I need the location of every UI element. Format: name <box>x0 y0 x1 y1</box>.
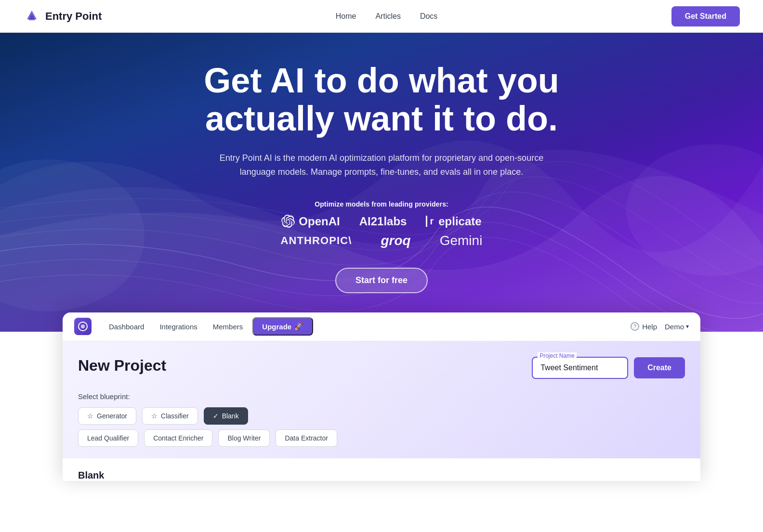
logo-icon <box>23 8 40 25</box>
providers-section: Optimize models from leading providers: … <box>204 200 559 248</box>
openai-icon <box>281 215 295 228</box>
star-icon: ☆ <box>87 412 93 420</box>
app-nav-demo[interactable]: Demo ▾ <box>665 323 689 331</box>
new-project-header: New Project Project Name Create <box>78 357 685 379</box>
nav-articles[interactable]: Articles <box>375 12 400 21</box>
app-panel: Dashboard Integrations Members Upgrade 🚀… <box>63 312 700 481</box>
blueprint-label: Select blueprint: <box>78 392 685 401</box>
blank-title: Blank <box>78 470 685 481</box>
chevron-down-icon: ▾ <box>686 323 689 330</box>
app-nav-dashboard[interactable]: Dashboard <box>101 312 152 341</box>
blueprint-blog-writer[interactable]: Blog Writer <box>218 429 270 447</box>
svg-point-6 <box>81 324 85 328</box>
new-project-section: New Project Project Name Create Select b… <box>63 341 700 458</box>
app-nav-help[interactable]: ? Help <box>631 322 657 331</box>
get-started-button[interactable]: Get Started <box>671 6 740 26</box>
blueprint-lead-qualifier[interactable]: Lead Qualifier <box>78 429 138 447</box>
star-icon: ☆ <box>151 412 158 420</box>
new-project-title: New Project <box>78 357 166 375</box>
help-circle-icon: ? <box>631 322 639 331</box>
blueprint-generator[interactable]: ☆ Generator <box>78 407 136 425</box>
provider-ai21: AI21labs <box>359 215 407 228</box>
logo-text: Entry Point <box>45 10 102 23</box>
check-icon: ✓ <box>213 412 219 420</box>
provider-gemini: Gemini <box>440 233 483 248</box>
app-nav-members[interactable]: Members <box>205 312 251 341</box>
provider-groq: groq <box>381 233 410 248</box>
project-name-input[interactable] <box>532 357 628 379</box>
providers-row2: ANTHROPIC\ groq Gemini <box>204 233 559 248</box>
logo[interactable]: Entry Point <box>23 8 102 25</box>
app-nav: Dashboard Integrations Members Upgrade 🚀… <box>63 312 700 341</box>
blueprint-blank[interactable]: ✓ Blank <box>204 407 248 425</box>
blueprint-row: ☆ Generator ☆ Classifier ✓ Blank <box>78 407 685 425</box>
hero-content: Get AI to do what you actually want it t… <box>204 62 559 293</box>
project-name-label: Project Name <box>538 352 577 359</box>
nav-links: Home Articles Docs <box>336 12 438 21</box>
blank-section: Blank <box>63 458 700 481</box>
provider-anthropic: ANTHROPIC\ <box>281 234 352 247</box>
start-free-button[interactable]: Start for free <box>335 268 428 293</box>
hero-title: Get AI to do what you actually want it t… <box>204 62 559 138</box>
provider-openai: OpenAI <box>281 215 340 228</box>
app-nav-upgrade-button[interactable]: Upgrade 🚀 <box>252 317 313 336</box>
nav-home[interactable]: Home <box>336 12 356 21</box>
blueprint-classifier[interactable]: ☆ Classifier <box>142 407 198 425</box>
blueprint-row-2: Lead Qualifier Contact Enricher Blog Wri… <box>78 429 685 447</box>
svg-point-3 <box>0 159 145 311</box>
blueprint-contact-enricher[interactable]: Contact Enricher <box>144 429 212 447</box>
app-logo <box>74 318 92 335</box>
svg-point-4 <box>626 144 763 276</box>
app-nav-integrations[interactable]: Integrations <box>152 312 205 341</box>
blueprint-data-extractor[interactable]: Data Extractor <box>276 429 337 447</box>
providers-row1: OpenAI AI21labs replicate <box>204 215 559 228</box>
app-logo-icon <box>78 321 88 332</box>
hero-section: Get AI to do what you actually want it t… <box>0 33 763 332</box>
nav-docs[interactable]: Docs <box>420 12 437 21</box>
provider-replicate: replicate <box>426 215 481 228</box>
providers-label: Optimize models from leading providers: <box>204 200 559 208</box>
project-name-group: Project Name Create <box>532 357 685 379</box>
create-button[interactable]: Create <box>634 357 685 378</box>
project-name-field: Project Name <box>532 357 628 379</box>
navbar: Entry Point Home Articles Docs Get Start… <box>0 0 763 33</box>
app-nav-right: ? Help Demo ▾ <box>631 322 689 331</box>
hero-subtitle: Entry Point AI is the modern AI optimiza… <box>218 151 545 179</box>
